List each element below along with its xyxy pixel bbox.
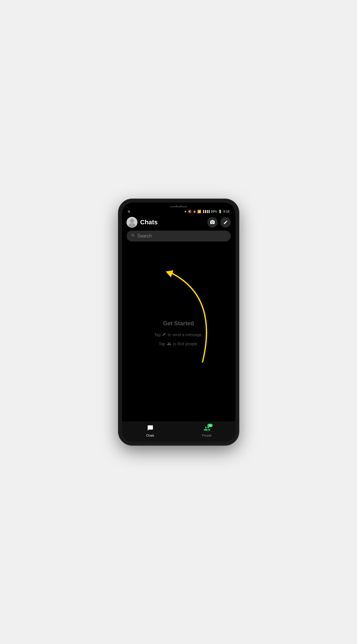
people-badge: 18	[207, 424, 212, 427]
hint2-suffix: to find people.	[173, 342, 198, 346]
people-hint-icon	[167, 342, 171, 346]
people-nav-icon: 18	[204, 425, 210, 433]
signal-icon: ▐▐▐▐	[202, 210, 210, 213]
lock-icon: 🔒	[193, 210, 196, 213]
bottom-nav: Chats 18 People	[122, 422, 235, 442]
nav-people[interactable]: 18 People	[179, 425, 235, 437]
svg-point-2	[129, 223, 135, 228]
user-avatar[interactable]	[127, 217, 137, 228]
people-nav-label: People	[202, 434, 212, 437]
hint1-suffix: to send a message.	[168, 332, 203, 337]
wifi-icon: 📶	[197, 210, 201, 213]
camera-button[interactable]	[207, 217, 218, 227]
get-started-title: Get Started	[163, 320, 194, 327]
search-placeholder: Search	[137, 233, 152, 239]
nav-chats[interactable]: Chats	[122, 425, 179, 437]
app-header: Chats	[122, 215, 235, 231]
chats-nav-icon	[147, 425, 153, 433]
empty-state: Get Started Tap to send a message. Tap	[122, 245, 235, 422]
status-left: ⊖	[128, 210, 130, 213]
time-display: 9:18	[223, 210, 229, 213]
header-right	[207, 217, 231, 227]
battery-percent: 88%	[211, 210, 217, 213]
phone-device: ⊖ ∗ 🔇 🔒 📶 ▐▐▐▐ 88% 🔋 9:18	[119, 199, 239, 445]
header-left: Chats	[127, 217, 158, 228]
status-bar: ⊖ ∗ 🔇 🔒 📶 ▐▐▐▐ 88% 🔋 9:18	[122, 209, 235, 215]
compose-button[interactable]	[220, 217, 231, 227]
status-right: ∗ 🔇 🔒 📶 ▐▐▐▐ 88% 🔋 9:18	[184, 210, 230, 213]
status-left-icon: ⊖	[128, 210, 130, 213]
search-bar[interactable]: Search	[127, 231, 231, 241]
battery-icon: 🔋	[218, 210, 222, 213]
bluetooth-icon: ∗	[184, 210, 187, 213]
page-title: Chats	[140, 219, 158, 226]
svg-marker-3	[165, 270, 173, 278]
chats-nav-label: Chats	[146, 434, 154, 437]
svg-point-1	[130, 219, 134, 223]
hint-find-people: Tap to find people.	[159, 342, 198, 346]
search-container: Search	[122, 231, 235, 245]
phone-screen: ⊖ ∗ 🔇 🔒 📶 ▐▐▐▐ 88% 🔋 9:18	[122, 203, 235, 442]
phone-top-notch	[122, 203, 235, 209]
app-content: Chats	[122, 215, 235, 442]
compose-hint-icon	[162, 332, 166, 337]
speaker-bar	[170, 206, 187, 207]
search-icon	[131, 233, 135, 238]
mute-icon: 🔇	[188, 210, 192, 213]
hint1-prefix: Tap	[154, 332, 161, 337]
hint2-prefix: Tap	[159, 342, 165, 346]
hint-send-message: Tap to send a message.	[154, 332, 203, 337]
